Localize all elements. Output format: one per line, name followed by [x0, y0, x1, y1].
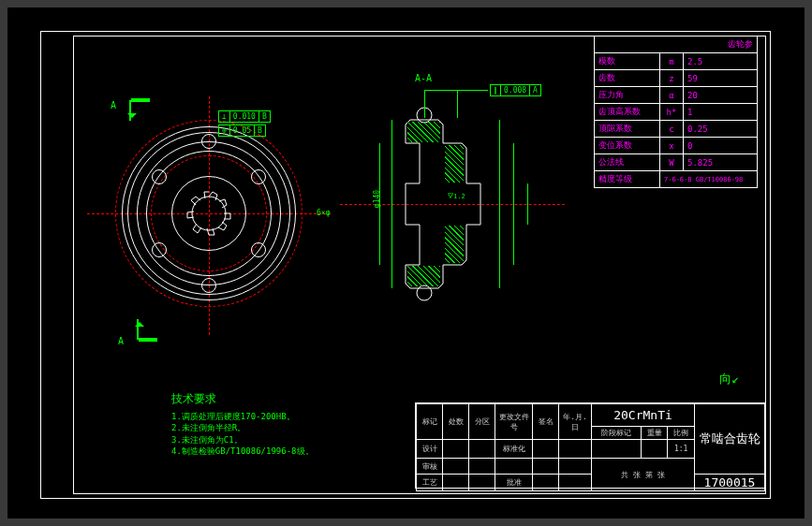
param-row: 顶隙系数c0.25: [595, 121, 758, 138]
leader: [424, 90, 425, 118]
param-row: 齿数z59: [595, 70, 758, 87]
svg-point-2: [417, 285, 432, 300]
cad-canvas: A A ⊥0.010B ⊕0.05B 6×φ A-A: [7, 7, 805, 519]
bolt-hole: [251, 169, 266, 184]
section-label: A-A: [415, 73, 432, 83]
bolt-hole: [251, 242, 266, 257]
spline-hole: [182, 186, 236, 241]
section-arrow-top: [129, 100, 131, 121]
gdt-box-3: ∥0.008A: [490, 84, 541, 96]
tech-req-line: 1.调质处理后硬度170-200HB。: [171, 411, 314, 423]
bolt-hole: [152, 169, 167, 184]
svg-point-0: [192, 197, 226, 230]
hatch: [445, 226, 464, 263]
leader: [424, 90, 488, 91]
param-row: 齿顶高系数h*1: [595, 104, 758, 121]
dim-diameter: φ140: [373, 190, 381, 208]
ext-line: [499, 120, 500, 288]
param-row: 精度等级7-6-6-B GB/T10086-98: [595, 171, 758, 188]
tech-requirements: 技术要求 1.调质处理后硬度170-200HB。 2.未注倒角半径R。 3.未注…: [171, 391, 314, 458]
param-row: 模数m2.5: [595, 53, 758, 70]
title-block: 标记 处数 分区 更改文件号 签名 年.月.日 20CrMnTi 常啮合齿轮 阶…: [415, 402, 766, 489]
hatch: [407, 266, 440, 286]
section-mark-a-top: A: [111, 100, 116, 110]
param-row: 变位系数x0: [595, 138, 758, 154]
section-mark-a-bot: A: [118, 336, 124, 346]
param-header: 齿轮参: [595, 37, 758, 53]
front-view: A A ⊥0.010B ⊕0.05B 6×φ: [101, 87, 317, 340]
hatch: [407, 122, 440, 142]
param-row: 公法线W5.825: [595, 154, 758, 171]
tech-req-line: 2.未注倒角半径R。: [171, 422, 314, 434]
datum-arrow: 向↙: [719, 371, 739, 387]
material: 20CrMnTi: [592, 404, 695, 427]
gdt-box-2: ⊕0.05B: [218, 124, 266, 137]
drawing-number: 1700015: [695, 475, 765, 491]
parameter-table: 齿轮参 模数m2.5 齿数z59 压力角α20 齿顶高系数h*1 顶隙系数c0.…: [594, 36, 758, 188]
gdt-box-1: ⊥0.010B: [218, 110, 271, 123]
section-line-bot: [139, 338, 157, 342]
bolt-hole: [201, 278, 216, 293]
ext-line: [527, 183, 528, 225]
tech-req-line: 3.未注倒角为C1。: [171, 434, 314, 446]
section-arrow-bot: [137, 319, 139, 340]
bolt-hole: [152, 242, 167, 257]
param-row: 压力角α20: [595, 87, 758, 104]
hatch: [445, 145, 464, 183]
ext-line: [513, 143, 514, 265]
tech-req-title: 技术要求: [171, 391, 314, 407]
section-view: φ140 ▽1.2 ∥0.008A: [359, 101, 546, 307]
part-name: 常啮合齿轮: [695, 404, 765, 475]
bolt-hole: [201, 134, 216, 149]
bolt-dim: 6×φ: [317, 209, 330, 217]
tech-req-line: 4.制造检验GB/T10086/1996-8级。: [171, 446, 314, 458]
ext-line: [391, 120, 392, 288]
leader: [457, 90, 458, 118]
section-profile: [359, 101, 546, 307]
section-line-top: [131, 98, 150, 102]
surface-finish-icon: ▽1.2: [448, 190, 465, 200]
